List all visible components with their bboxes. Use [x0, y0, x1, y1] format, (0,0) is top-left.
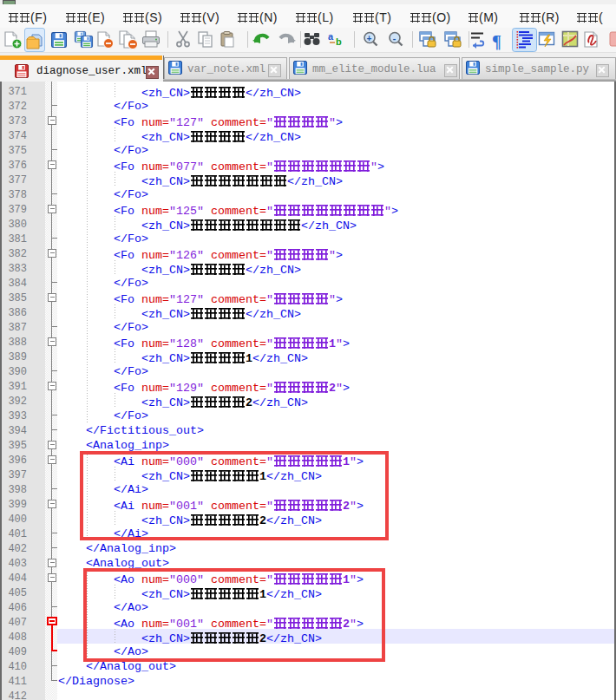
svg-text:+: + [367, 35, 372, 44]
svg-text:¶: ¶ [492, 32, 501, 51]
svg-text:-: - [392, 35, 397, 44]
svg-text:a: a [328, 31, 334, 42]
svg-text:b: b [336, 36, 342, 47]
